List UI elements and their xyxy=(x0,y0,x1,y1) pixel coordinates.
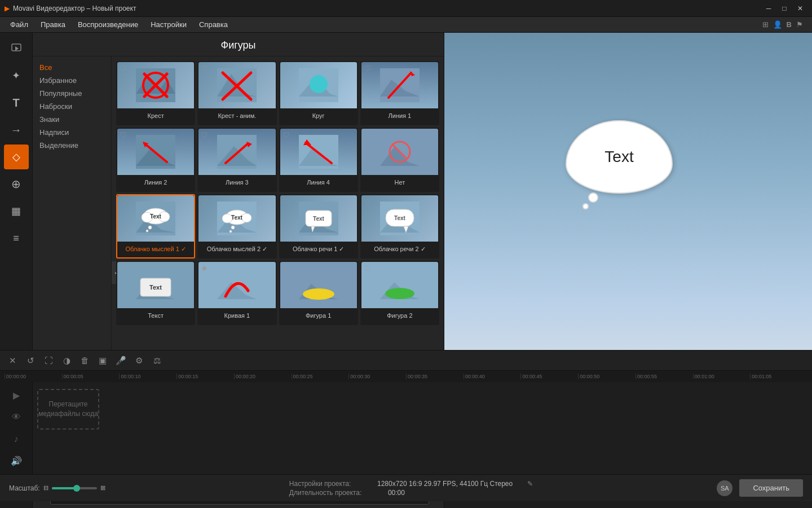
shape-line2[interactable]: ♡ Линия 2 xyxy=(116,128,195,192)
svg-text:Text: Text xyxy=(150,213,161,220)
shape-circle[interactable]: ♡ Круг xyxy=(279,61,358,125)
shape-none[interactable]: ♡ Нет xyxy=(360,128,439,192)
category-sketches[interactable]: Наброски xyxy=(39,101,104,112)
zoom-slider[interactable] xyxy=(52,487,97,489)
track-labels: ▶ 👁 ♪ 🔊 xyxy=(0,382,33,474)
fav-thought2[interactable]: ♡ xyxy=(201,197,208,206)
shape-yellow-thumb: ♡ xyxy=(280,262,357,308)
shape-cross-anim[interactable]: ♡ Крест - аним. xyxy=(197,61,276,125)
ruler-20: 00:00:20 xyxy=(234,374,292,379)
shape-yellow[interactable]: ♡ Фигура 1 xyxy=(279,261,358,325)
tool-zoom[interactable]: ⊕ xyxy=(4,172,29,196)
svg-text:Text: Text xyxy=(313,216,324,222)
fav-speech1[interactable]: ♡ xyxy=(283,197,290,206)
tl-cut-button[interactable]: ✕ xyxy=(5,353,20,369)
maximize-button[interactable]: □ xyxy=(777,3,792,14)
close-button[interactable]: ✕ xyxy=(793,3,807,14)
fav-cross[interactable]: ♡ xyxy=(120,64,127,73)
save-button[interactable]: Сохранить xyxy=(739,479,803,497)
tl-media-button[interactable]: ▣ xyxy=(95,353,111,369)
fav-text[interactable]: ♡ xyxy=(120,264,127,273)
category-selection[interactable]: Выделение xyxy=(39,140,104,151)
shape-speech2[interactable]: Text ♡ Облачко речи 2 ✓ xyxy=(360,194,439,259)
edit-settings-icon[interactable]: ✎ xyxy=(527,480,533,488)
header-icon-3: B xyxy=(787,20,792,29)
drop-zone[interactable]: Перетащите медиафайлы сюда xyxy=(37,389,99,430)
shape-thought2-thumb: Text ♡ xyxy=(198,195,275,242)
fav-none[interactable]: ♡ xyxy=(364,130,371,139)
fav-curve-red[interactable]: ★ xyxy=(201,264,208,273)
category-captions[interactable]: Надписи xyxy=(39,127,104,138)
fav-speech2[interactable]: ♡ xyxy=(364,197,371,206)
thought-bubble-text: Text xyxy=(604,148,633,166)
shape-line2-label: Линия 2 xyxy=(143,175,169,191)
ruler-40: 00:00:40 xyxy=(464,374,521,379)
shape-line3[interactable]: ♡ Линия 3 xyxy=(197,128,276,192)
svg-text:Text: Text xyxy=(231,214,242,221)
shape-curve-red-thumb: ★ xyxy=(198,262,275,308)
category-signs[interactable]: Знаки xyxy=(39,114,104,125)
shape-text[interactable]: Text ♡ Текст xyxy=(116,261,195,325)
category-all[interactable]: Все xyxy=(39,62,104,73)
shape-line4[interactable]: ♡ Линия 4 xyxy=(279,128,358,192)
tool-shapes[interactable]: ◇ xyxy=(4,144,29,169)
app-icon: ▶ xyxy=(5,5,10,12)
tl-audio-button[interactable]: 🎤 xyxy=(113,353,129,369)
track-eye-icon: 👁 xyxy=(12,412,21,422)
shape-cross[interactable]: ♡ Крест xyxy=(116,61,195,125)
menu-file[interactable]: Файл xyxy=(5,18,34,31)
menu-edit[interactable]: Правка xyxy=(35,18,71,31)
track-audio-icon: ♪ xyxy=(14,434,19,444)
shape-green[interactable]: ♡ Фигура 2 xyxy=(360,261,439,325)
shape-thought2[interactable]: Text ♡ Облачко мыслей 2 ✓ xyxy=(197,194,276,259)
ruler-35: 00:00:35 xyxy=(406,374,464,379)
shape-cross-anim-label: Крест - аним. xyxy=(217,108,257,124)
tool-effects[interactable]: ✦ xyxy=(4,63,29,88)
category-favorites[interactable]: Избранное xyxy=(39,75,104,86)
tl-color-button[interactable]: ◑ xyxy=(59,353,74,369)
tool-filters[interactable]: ▦ xyxy=(4,199,29,224)
shape-line1[interactable]: ♡ Линия 1 xyxy=(360,61,439,125)
category-popular[interactable]: Популярные xyxy=(39,88,104,99)
shape-thought1[interactable]: Text ♡ Облачко мыслей 1 ✓ xyxy=(116,194,195,259)
header-icon-1: ⊞ xyxy=(762,20,769,29)
fav-line2[interactable]: ♡ xyxy=(120,130,127,139)
fav-line1[interactable]: ♡ xyxy=(364,64,371,73)
fav-thought1[interactable]: ♡ xyxy=(120,197,127,206)
fav-yellow[interactable]: ♡ xyxy=(283,264,290,273)
ruler-marks: 00:00:00 00:00:05 00:00:10 00:00:15 00:0… xyxy=(5,374,807,379)
tl-crop-button[interactable]: ⛶ xyxy=(41,353,56,369)
minimize-button[interactable]: ─ xyxy=(761,3,776,14)
svg-point-13 xyxy=(310,75,328,93)
tl-settings-button[interactable]: ⚙ xyxy=(131,353,147,369)
shape-none-thumb: ♡ xyxy=(361,129,438,175)
tool-transitions[interactable]: → xyxy=(4,117,29,142)
menu-playback[interactable]: Воспроизведение xyxy=(72,18,144,31)
zoom-handle[interactable] xyxy=(73,485,80,492)
fav-green[interactable]: ♡ xyxy=(364,264,371,273)
tl-redo-button[interactable]: ↺ xyxy=(23,353,38,369)
tl-delete-button[interactable]: 🗑 xyxy=(77,353,92,369)
shape-speech1[interactable]: Text ♡ Облачко речи 1 ✓ xyxy=(279,194,358,259)
shape-curve-red[interactable]: ★ Кривая 1 xyxy=(197,261,276,325)
project-settings-value: 1280x720 16:9 29.97 FPS, 44100 Гц Стерео xyxy=(377,480,513,488)
menu-settings[interactable]: Настройки xyxy=(145,18,192,31)
shape-line4-thumb: ♡ xyxy=(280,129,357,175)
tool-titles[interactable]: T xyxy=(4,90,29,115)
shape-speech1-label: Облачко речи 1 ✓ xyxy=(292,242,345,257)
shape-yellow-label: Фигура 1 xyxy=(304,308,332,324)
shapes-grid: ♡ Крест ♡ xyxy=(116,61,439,325)
tool-list[interactable]: ≡ xyxy=(4,226,29,251)
tool-media[interactable] xyxy=(4,36,29,61)
fav-cross-anim[interactable]: ♡ xyxy=(201,64,208,73)
fav-line3[interactable]: ♡ xyxy=(201,130,208,139)
tl-audio-mix-button[interactable]: ⚖ xyxy=(149,353,165,369)
fav-circle[interactable]: ♡ xyxy=(283,64,290,73)
shape-line1-thumb: ♡ xyxy=(361,62,438,108)
header-icon-2: 👤 xyxy=(773,20,782,29)
shape-thought1-thumb: Text ♡ xyxy=(117,195,194,242)
shape-cross-thumb: ♡ xyxy=(117,62,194,108)
menu-help[interactable]: Справка xyxy=(193,18,233,31)
ruler-60: 00:01:00 xyxy=(693,374,751,379)
fav-line4[interactable]: ♡ xyxy=(283,130,290,139)
